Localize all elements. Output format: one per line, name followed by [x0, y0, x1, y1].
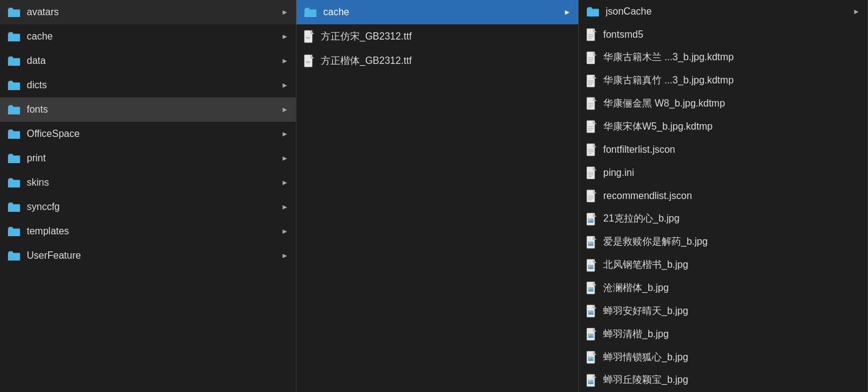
list-item[interactable]: dicts► — [0, 73, 296, 97]
chevron-icon: ► — [564, 8, 571, 16]
list-item[interactable]: fonts► — [0, 97, 296, 122]
list-item[interactable]: templates► — [0, 219, 296, 243]
file-icon — [586, 351, 597, 364]
chevron-icon: ► — [281, 251, 289, 260]
item-label: 华康宋体W5_b.jpg.kdtmp — [603, 121, 860, 133]
file-icon — [586, 51, 597, 65]
list-item[interactable]: 蝉羽安好晴天_b.jpg — [579, 299, 867, 323]
list-item[interactable]: fontsmd5 — [579, 23, 867, 46]
folder-icon — [7, 128, 21, 139]
list-item[interactable]: UserFeature► — [0, 243, 296, 268]
list-item[interactable]: TTF 方正楷体_GB2312.ttf — [296, 49, 578, 73]
item-label: 蝉羽清楷_b.jpg — [603, 328, 860, 341]
list-item[interactable]: OfficeSpace► — [0, 122, 296, 146]
file-icon — [586, 212, 597, 226]
item-label: data — [27, 55, 281, 66]
file-icon — [586, 327, 597, 341]
chevron-icon: ► — [281, 32, 289, 41]
folder-icon — [7, 80, 21, 91]
item-label: 方正楷体_GB2312.ttf — [321, 55, 571, 68]
chevron-icon: ► — [281, 227, 289, 236]
folder-icon — [7, 31, 21, 42]
list-item[interactable]: 华康宋体W5_b.jpg.kdtmp — [579, 115, 867, 138]
folder-icon — [304, 7, 317, 18]
list-item[interactable]: 华康古籍真竹 ...3_b.jpg.kdtmp — [579, 69, 867, 93]
chevron-icon: ► — [281, 81, 289, 89]
item-label: 蝉羽安好晴天_b.jpg — [603, 305, 860, 318]
chevron-icon: ► — [281, 105, 289, 114]
list-item[interactable]: 蝉羽清楷_b.jpg — [579, 323, 867, 346]
item-label: synccfg — [27, 201, 281, 212]
item-label: jsonCache — [606, 6, 853, 17]
list-item[interactable]: skins► — [0, 170, 296, 195]
chevron-icon: ► — [281, 57, 289, 65]
file-icon — [586, 236, 597, 249]
list-item[interactable]: jsonCache► — [579, 0, 867, 23]
svg-point-87 — [589, 380, 590, 382]
file-icon — [586, 281, 597, 295]
list-item[interactable]: 蝉羽情锁狐心_b.jpg — [579, 346, 867, 369]
list-item[interactable]: ping.ini — [579, 161, 867, 184]
folder-icon — [7, 153, 21, 164]
file-icon — [586, 143, 597, 156]
item-label: skins — [27, 177, 281, 188]
list-item[interactable]: fontfilterlist.jscon — [579, 138, 867, 161]
column-2: cache► TTF 方正仿宋_GB2312.ttf TTF 方正楷体_GB23… — [296, 0, 579, 392]
item-label: fonts — [27, 104, 281, 115]
folder-icon — [7, 201, 21, 212]
svg-point-77 — [589, 334, 590, 335]
svg-point-62 — [589, 265, 590, 267]
folder-icon — [7, 226, 21, 237]
list-item[interactable]: cache► — [0, 24, 296, 49]
item-label: templates — [27, 226, 281, 237]
item-label: UserFeature — [27, 250, 281, 261]
item-label: fontsmd5 — [603, 29, 860, 40]
chevron-icon: ► — [281, 154, 289, 163]
svg-point-72 — [589, 311, 590, 312]
file-icon — [586, 304, 597, 318]
file-icon: TTF — [304, 54, 315, 68]
list-item[interactable]: 21克拉的心_b.jpg — [579, 208, 867, 231]
svg-point-82 — [589, 357, 590, 359]
list-item[interactable]: 北风钢笔楷书_b.jpg — [579, 254, 867, 277]
item-label: 华康俪金黑 W8_b.jpg.kdtmp — [603, 97, 860, 110]
file-icon — [586, 259, 597, 272]
list-item[interactable]: avatars► — [0, 0, 296, 24]
svg-point-57 — [589, 242, 590, 243]
list-item[interactable]: recommendlist.jscon — [579, 184, 867, 208]
list-item[interactable]: 蝉羽丘陵颖宝_b.jpg — [579, 369, 867, 392]
chevron-icon: ► — [281, 8, 289, 16]
svg-point-67 — [589, 288, 590, 289]
file-icon — [586, 97, 597, 110]
list-item[interactable]: cache► — [296, 0, 578, 24]
item-label: 蝉羽情锁狐心_b.jpg — [603, 351, 860, 364]
folder-icon — [7, 104, 21, 115]
file-icon: TTF — [304, 30, 315, 43]
file-icon — [586, 120, 597, 133]
item-label: 21克拉的心_b.jpg — [603, 212, 860, 225]
item-label: 北风钢笔楷书_b.jpg — [603, 259, 860, 271]
list-item[interactable]: data► — [0, 49, 296, 73]
file-icon — [586, 374, 597, 387]
svg-point-52 — [589, 219, 590, 220]
list-item[interactable]: TTF 方正仿宋_GB2312.ttf — [296, 24, 578, 49]
svg-text:TTF: TTF — [306, 37, 310, 40]
list-item[interactable]: 爱是救赎你是解药_b.jpg — [579, 231, 867, 254]
svg-text:TTF: TTF — [306, 61, 310, 64]
folder-icon — [7, 7, 21, 18]
item-label: 方正仿宋_GB2312.ttf — [321, 30, 571, 43]
item-label: 华康古籍真竹 ...3_b.jpg.kdtmp — [603, 74, 860, 87]
list-item[interactable]: 华康古籍木兰 ...3_b.jpg.kdtmp — [579, 46, 867, 69]
chevron-icon: ► — [281, 130, 289, 138]
chevron-icon: ► — [853, 7, 860, 16]
folder-icon — [7, 250, 21, 261]
item-label: 爱是救赎你是解药_b.jpg — [603, 236, 860, 248]
item-label: recommendlist.jscon — [603, 191, 860, 201]
folder-icon — [7, 55, 21, 66]
list-item[interactable]: 华康俪金黑 W8_b.jpg.kdtmp — [579, 93, 867, 116]
list-item[interactable]: synccfg► — [0, 195, 296, 219]
list-item[interactable]: 沧澜楷体_b.jpg — [579, 277, 867, 300]
list-item[interactable]: print► — [0, 146, 296, 170]
folder-icon — [7, 177, 21, 188]
item-label: cache — [323, 7, 564, 18]
